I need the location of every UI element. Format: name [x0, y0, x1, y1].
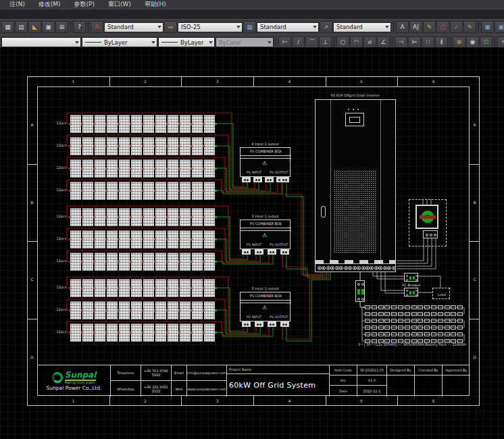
pv-panel — [204, 208, 215, 226]
pv-combiner-box: PV COMBINER BOX⚠PV INPUTPV OUTPUT — [240, 220, 291, 249]
viewport-icon[interactable]: ▣ — [481, 21, 494, 33]
spell-check-icon[interactable]: ✓ — [450, 21, 463, 33]
dim-style-dropdown[interactable]: ISO-25 — [178, 22, 243, 32]
attach-icon: ▤ — [18, 24, 24, 30]
pv-panel — [192, 208, 203, 226]
menu-parametric[interactable]: 参数(P) — [68, 0, 101, 9]
object-color-dropdown[interactable] — [1, 37, 81, 47]
pv-panel — [204, 324, 215, 342]
hatch-icon[interactable]: ◣ — [28, 21, 41, 33]
pv-panel — [119, 230, 130, 249]
dim-ordinate-icon[interactable]: ⊥ — [319, 36, 332, 49]
dim-arc-icon[interactable]: ⌒ — [305, 36, 318, 49]
frame-divider — [27, 319, 37, 319]
dim-arc-icon: ⌒ — [309, 39, 315, 45]
chevron-down-icon — [157, 26, 161, 28]
frame-divider — [27, 164, 37, 165]
table-style-icon[interactable]: ▦ — [243, 21, 256, 33]
frame-divider — [326, 396, 326, 406]
frame-col-label: 1 — [37, 398, 109, 403]
frame-col-label: 5 — [326, 79, 398, 84]
combiner-divider-line — [241, 230, 291, 231]
pv-panel — [180, 208, 191, 226]
mleader-style-icon[interactable]: ↗ — [320, 21, 332, 33]
dim-spacing-icon[interactable]: ∷ — [422, 36, 434, 49]
center-mark-icon: ◉ — [470, 39, 476, 45]
pv-row-count: 12pcs — [54, 165, 69, 170]
pv-string — [70, 324, 215, 342]
dim-style-icon[interactable]: ↔ — [164, 21, 177, 33]
dim-radius-icon[interactable]: ○ — [336, 36, 349, 49]
pv-panel — [82, 230, 93, 249]
table-style-dropdown[interactable]: Standard — [257, 22, 319, 32]
combiner-input-terminal — [255, 321, 263, 327]
menu-modify[interactable]: 修改(M) — [32, 0, 68, 9]
table-style-dropdown-value: Standard — [260, 24, 311, 30]
pv-string — [70, 115, 215, 133]
block-icon[interactable]: ▣ — [42, 21, 55, 33]
combiner-output-terminal — [280, 177, 289, 182]
calculator-icon[interactable]: ⊞ — [55, 21, 68, 33]
tolerance-icon[interactable]: ⊕ — [453, 36, 465, 49]
combiner-divider-line — [241, 158, 291, 159]
annotate-icon[interactable]: ✎ — [463, 21, 476, 33]
pv-panel — [107, 115, 118, 133]
frame-divider — [397, 396, 398, 406]
dim-linear-icon[interactable]: ⊢ — [278, 36, 291, 49]
mleader-style-dropdown[interactable]: Standard — [333, 22, 391, 32]
dim-style-icon: ↔ — [168, 24, 174, 30]
pv-panel — [70, 279, 81, 297]
chevron-down-icon — [236, 26, 241, 28]
attach-icon[interactable]: ▤ — [15, 21, 28, 33]
pv-panel — [204, 159, 215, 178]
dim-jogged-icon[interactable]: ◠ — [350, 36, 363, 49]
pv-panel — [95, 208, 105, 226]
pv-panel — [168, 301, 178, 319]
dim-diameter-icon[interactable]: ⌀ — [363, 36, 376, 49]
viewport-text-icon[interactable]: ▣ — [495, 21, 504, 33]
pv-row-count: 12pcs — [54, 236, 69, 240]
dim-continue-icon[interactable]: ⊨ — [408, 36, 421, 49]
ac-breaker-2 — [404, 288, 418, 296]
pv-panel — [131, 182, 142, 200]
breaker-pole — [357, 298, 360, 301]
pv-panel — [204, 115, 215, 133]
drawing-canvas[interactable]: Sunpal Making more power Sunpal Power Co… — [0, 47, 504, 439]
dim-angular-icon[interactable]: ∠ — [377, 36, 390, 49]
dim-inspect-icon[interactable]: ⊡ — [480, 36, 493, 49]
breaker-pole — [361, 283, 364, 286]
pv-panel — [143, 230, 154, 249]
text-cursor-icon[interactable]: A| — [409, 21, 422, 33]
combiner-title: PV COMBINER BOX — [241, 148, 291, 156]
pv-panel — [119, 279, 130, 297]
menu-window[interactable]: 窗口(W) — [101, 0, 138, 9]
block-icon: ▣ — [45, 24, 51, 30]
pv-panel — [168, 230, 178, 249]
text-edit-icon[interactable]: ✎ — [423, 21, 436, 33]
breaker-pole — [415, 294, 418, 296]
pv-string — [70, 279, 215, 297]
terminal — [357, 266, 361, 270]
lineweight-dropdown[interactable]: ByLayer — [158, 37, 215, 47]
menu-help[interactable]: 帮助(H) — [138, 0, 173, 9]
dim-baseline-icon[interactable]: ⊣ — [395, 36, 407, 49]
dim-diameter-icon: ⌀ — [368, 39, 372, 45]
center-mark-icon[interactable]: ◉ — [466, 36, 479, 49]
inverter-cabinet — [315, 99, 396, 263]
terminal — [318, 266, 322, 270]
frame-row-label: B — [28, 200, 36, 205]
table-icon[interactable]: ▦ — [1, 21, 14, 33]
dim-aligned-icon[interactable]: ∕ — [292, 36, 305, 49]
linetype-dropdown[interactable]: ByLayer — [82, 37, 157, 47]
dim-break-icon[interactable]: ≬ — [435, 36, 448, 49]
text-style-icon[interactable]: A — [91, 21, 103, 33]
menu-dimension[interactable]: 注(N) — [3, 0, 32, 9]
help-icon[interactable]: ? — [73, 21, 86, 33]
pv-panel — [70, 253, 81, 271]
pv-panel — [155, 208, 166, 226]
text-style-dropdown[interactable]: Standard — [104, 22, 163, 32]
pv-string — [70, 230, 215, 249]
text-icon[interactable]: A — [396, 21, 409, 33]
find-icon[interactable]: ○ — [436, 21, 449, 33]
dim-jog-line-icon[interactable]: ∿ — [497, 36, 504, 49]
